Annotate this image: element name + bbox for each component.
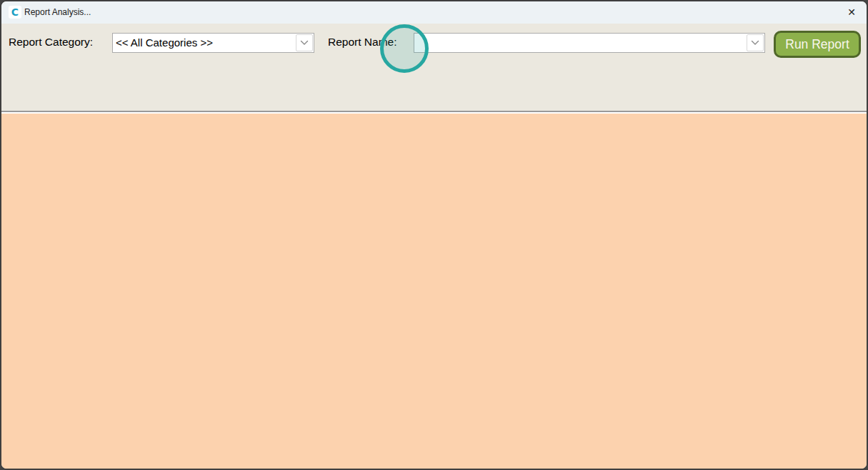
app-logo-icon: C xyxy=(9,6,21,19)
toolbar: Report Category: << All Categories >> Re… xyxy=(1,24,867,111)
report-category-label: Report Category: xyxy=(9,36,93,49)
run-report-button[interactable]: Run Report xyxy=(774,31,861,58)
report-name-value xyxy=(414,34,746,52)
chevron-down-icon[interactable] xyxy=(747,34,764,51)
report-category-dropdown[interactable]: << All Categories >> xyxy=(112,33,314,53)
window-title: Report Analysis... xyxy=(24,1,91,24)
report-analysis-window: C Report Analysis... ✕ Report Category: … xyxy=(0,0,868,470)
titlebar: C Report Analysis... ✕ xyxy=(1,1,867,24)
report-category-value: << All Categories >> xyxy=(113,34,295,52)
report-name-dropdown[interactable] xyxy=(414,33,765,53)
close-icon[interactable]: ✕ xyxy=(839,1,864,23)
report-name-label: Report Name: xyxy=(328,36,396,49)
report-content-area xyxy=(1,114,867,469)
chevron-down-icon[interactable] xyxy=(296,34,313,51)
